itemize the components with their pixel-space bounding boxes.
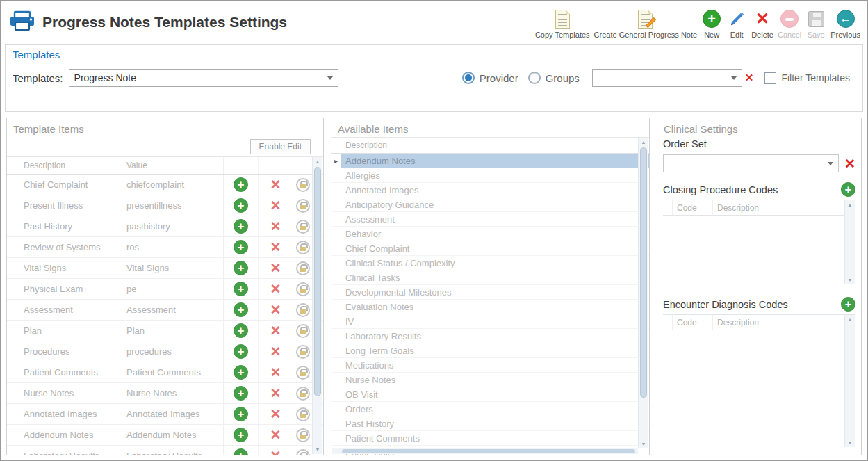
available-item-row[interactable]: Patient Comments [331, 431, 649, 446]
lock-icon[interactable] [296, 345, 310, 359]
add-item-icon[interactable]: + [234, 323, 248, 338]
remove-item-icon[interactable]: ✕ [270, 366, 281, 379]
template-item-row[interactable]: Past Historypasthistory+✕ [7, 216, 323, 237]
template-item-row[interactable]: Present Illnesspresentillness+✕ [7, 195, 323, 216]
groups-radio-label[interactable]: Groups [546, 72, 580, 84]
lock-icon[interactable] [296, 407, 310, 421]
provider-radio-label[interactable]: Provider [480, 72, 518, 84]
available-items-horizontal-scrollbar[interactable] [332, 448, 638, 454]
add-item-icon[interactable]: + [234, 344, 248, 359]
template-item-row[interactable]: Patient CommentsPatient Comments+✕ [7, 362, 323, 383]
available-item-row[interactable]: Behavior [331, 227, 649, 241]
available-item-row[interactable]: ▸Addendum Notes [331, 154, 649, 168]
scrollbar-thumb[interactable] [640, 147, 647, 398]
add-closing-code-icon[interactable]: + [841, 182, 855, 197]
add-item-icon[interactable]: + [234, 177, 248, 192]
column-header-description[interactable]: Description [713, 315, 855, 330]
scroll-up-arrow[interactable]: ▲ [313, 157, 322, 166]
remove-item-icon[interactable]: ✕ [270, 387, 281, 400]
remove-item-icon[interactable]: ✕ [270, 345, 281, 358]
delete-button[interactable]: ✕ Delete [751, 8, 773, 39]
enable-edit-button[interactable]: Enable Edit [250, 139, 311, 154]
available-item-row[interactable]: IV [331, 314, 649, 329]
available-item-row[interactable]: Allergies [331, 168, 649, 183]
clear-order-set-icon[interactable]: ✕ [844, 156, 855, 172]
scroll-down-arrow[interactable]: ▼ [845, 275, 855, 284]
remove-item-icon[interactable]: ✕ [270, 303, 281, 316]
remove-item-icon[interactable]: ✕ [270, 178, 281, 191]
available-item-row[interactable]: Annotated Images [331, 183, 649, 197]
template-item-row[interactable]: Review of Systemsros+✕ [7, 237, 323, 258]
template-item-row[interactable]: AssessmentAssessment+✕ [7, 300, 323, 321]
remove-item-icon[interactable]: ✕ [270, 261, 281, 275]
scroll-up-arrow[interactable]: ▲ [845, 315, 855, 324]
add-item-icon[interactable]: + [234, 240, 248, 254]
clear-filter-icon[interactable]: ✕ [745, 72, 754, 84]
available-item-row[interactable]: Medications [331, 358, 649, 373]
column-header-value[interactable]: Value [122, 157, 224, 174]
groups-radio[interactable] [528, 72, 541, 84]
available-item-row[interactable]: OB Visit [331, 387, 649, 402]
template-items-scrollbar[interactable]: ▲ ▼ [312, 157, 322, 454]
lock-icon[interactable] [296, 387, 310, 401]
add-item-icon[interactable]: + [234, 365, 248, 380]
scrollbar-thumb[interactable] [314, 167, 321, 396]
column-header-description[interactable]: Description [713, 200, 855, 215]
lock-icon[interactable] [296, 199, 310, 213]
provider-radio[interactable] [462, 72, 475, 84]
template-item-row[interactable]: Proceduresprocedures+✕ [7, 341, 323, 362]
lock-icon[interactable] [296, 366, 310, 380]
template-item-row[interactable]: Addendum NotesAddendum Notes+✕ [7, 425, 323, 446]
scrollbar-thumb[interactable] [342, 449, 635, 453]
column-header-description[interactable]: Description [19, 157, 122, 174]
column-header-code[interactable]: Code [673, 200, 713, 215]
chevron-down-icon[interactable] [731, 76, 737, 80]
template-item-row[interactable]: Nurse NotesNurse Notes+✕ [7, 383, 323, 404]
available-item-row[interactable]: Clinical Status / Complexity [331, 256, 649, 270]
add-encounter-code-icon[interactable]: + [841, 297, 855, 312]
template-item-row[interactable]: PlanPlan+✕ [7, 321, 323, 341]
order-set-combobox[interactable] [663, 154, 839, 172]
available-item-row[interactable]: Clinical Tasks [331, 270, 649, 285]
available-item-row[interactable]: Chief Complaint [331, 241, 649, 256]
add-item-icon[interactable]: + [234, 261, 248, 275]
lock-icon[interactable] [296, 428, 310, 442]
lock-icon[interactable] [296, 449, 310, 456]
scroll-down-arrow[interactable]: ▼ [639, 439, 648, 448]
lock-icon[interactable] [296, 303, 310, 317]
remove-item-icon[interactable]: ✕ [270, 407, 281, 421]
available-item-row[interactable]: Developmental Milestones [331, 285, 649, 300]
edit-button[interactable]: Edit [726, 8, 747, 39]
template-item-row[interactable]: Physical Exampe+✕ [7, 279, 323, 300]
available-item-row[interactable]: Orders [331, 402, 649, 416]
available-items-scrollbar[interactable]: ▲ ▼ [638, 138, 648, 448]
column-header-code[interactable]: Code [673, 315, 713, 330]
available-item-row[interactable]: Long Term Goals [331, 343, 649, 358]
add-item-icon[interactable]: + [234, 407, 248, 421]
scroll-down-arrow[interactable]: ▼ [313, 445, 322, 454]
template-item-row[interactable]: Chief Complaintchiefcomplaint+✕ [7, 175, 323, 195]
encounter-codes-scrollbar[interactable]: ▲ ▼ [844, 315, 855, 447]
remove-item-icon[interactable]: ✕ [270, 428, 281, 442]
remove-item-icon[interactable]: ✕ [270, 449, 281, 455]
available-item-row[interactable]: Nurse Notes [331, 373, 649, 387]
lock-icon[interactable] [296, 220, 310, 234]
available-item-row[interactable]: Anticipatory Guidance [331, 197, 649, 212]
available-item-row[interactable]: Past History [331, 416, 649, 431]
lock-icon[interactable] [296, 324, 310, 338]
lock-icon[interactable] [296, 261, 310, 275]
add-item-icon[interactable]: + [234, 428, 248, 442]
template-combobox[interactable]: Progress Note [69, 69, 338, 87]
remove-item-icon[interactable]: ✕ [270, 282, 281, 296]
column-header-description[interactable]: Description [341, 138, 649, 153]
add-item-icon[interactable]: + [234, 219, 248, 234]
provider-filter-combobox[interactable] [592, 69, 742, 87]
previous-button[interactable]: ← Previous [830, 8, 860, 39]
remove-item-icon[interactable]: ✕ [270, 324, 281, 337]
available-item-row[interactable]: Assessment [331, 212, 649, 227]
lock-icon[interactable] [296, 241, 310, 254]
lock-icon[interactable] [296, 282, 310, 296]
scroll-down-arrow[interactable]: ▼ [845, 438, 855, 447]
remove-item-icon[interactable]: ✕ [270, 199, 281, 212]
template-item-row[interactable]: Vital SignsVital Signs+✕ [7, 258, 323, 279]
